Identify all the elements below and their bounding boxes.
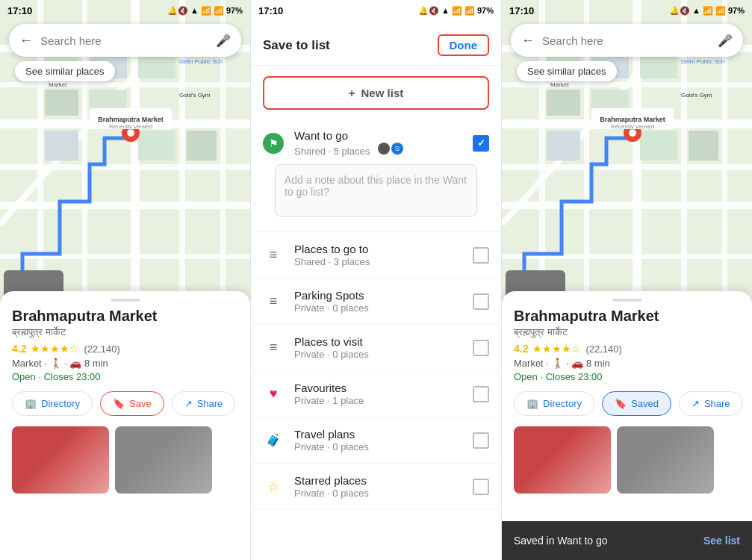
status-time-left: 17:10 <box>7 5 32 16</box>
svg-text:Market: Market <box>550 81 569 88</box>
travel-checkbox[interactable] <box>473 432 489 449</box>
place-hours-right: Open · Closes 23:00 <box>514 371 740 382</box>
left-panel: 17:10 🔔🔇 ▲ 📶 📶 97% <box>0 0 250 560</box>
list-item-starred[interactable]: ☆ Starred places Private · 0 places <box>251 464 501 510</box>
action-buttons-left: 🏢 Directory 🔖 Save ↗ Share <box>12 391 238 416</box>
new-list-label: New list <box>361 87 404 99</box>
similar-badge-left[interactable]: See similar places <box>15 61 115 81</box>
share-icon-right: ↗ <box>692 398 700 409</box>
status-icons-center: 🔔🔇 ▲ 📶 📶 97% <box>418 6 494 16</box>
status-icons-right: 🔔🔇 ▲ 📶 📶 97% <box>669 6 745 16</box>
favourites-checkbox[interactable] <box>473 386 489 402</box>
place-photos-right <box>514 426 740 494</box>
center-panel: 17:10 🔔🔇 ▲ 📶 📶 97% Save to list Done + N… <box>250 0 502 560</box>
list-item-want-to-go[interactable]: ⚑ Want to go Shared · 5 places S Add a n… <box>251 120 501 232</box>
svg-text:Gold's Gym: Gold's Gym <box>681 92 712 99</box>
card-handle-left <box>111 299 140 302</box>
parking-checkbox[interactable] <box>473 293 489 310</box>
list-item-favourites[interactable]: ♥ Favourites Private · 1 place <box>251 371 501 417</box>
card-handle-right <box>612 299 642 302</box>
right-panel: 17:10 🔔🔇 ▲ 📶 📶 97% <box>502 0 752 560</box>
similar-badge-right[interactable]: See similar places <box>517 61 617 81</box>
places-visit-name: Places to visit <box>294 335 462 348</box>
want-to-go-name: Want to go <box>294 129 462 142</box>
status-time-center: 17:10 <box>258 5 283 16</box>
save-title: Save to list <box>263 38 330 53</box>
photo-1-right <box>514 426 611 494</box>
places-visit-info: Places to visit Private · 0 places <box>294 335 462 360</box>
share-button-left[interactable]: ↗ Share <box>172 391 236 416</box>
svg-rect-20 <box>187 131 217 161</box>
list-scroll: ⚑ Want to go Shared · 5 places S Add a n… <box>251 120 501 560</box>
list-item-places-to-go[interactable]: ≡ Places to go to Shared · 3 places <box>251 232 501 279</box>
search-bar-right[interactable]: ← Search here 🎤 <box>511 24 743 57</box>
mic-icon-right[interactable]: 🎤 <box>718 34 733 48</box>
place-photos-left <box>12 426 238 494</box>
list-item-parking[interactable]: ≡ Parking Spots Private · 0 places <box>251 279 501 325</box>
rating-row-right: 4.2 ★★★★☆ (22,140) <box>514 343 740 355</box>
share-button-right[interactable]: ↗ Share <box>679 391 743 416</box>
snackbar: Saved in Want to go See list <box>502 521 752 560</box>
parking-sub: Private · 0 places <box>294 302 462 314</box>
back-arrow-left[interactable]: ← <box>19 33 33 49</box>
lines-icon-1: ≡ <box>263 245 284 266</box>
place-meta-right: Market · 🚶 · 🚗 8 min <box>514 358 740 369</box>
note-textarea[interactable]: Add a note about this place in the Want … <box>275 164 477 217</box>
travel-name: Travel plans <box>294 428 462 441</box>
photo-2-right <box>617 426 714 494</box>
lines-icon-3: ≡ <box>263 337 284 358</box>
starred-checkbox[interactable] <box>473 479 489 495</box>
place-meta-left: Market · 🚶 · 🚗 8 min <box>12 358 238 369</box>
svg-text:Market: Market <box>49 81 67 88</box>
save-header: Save to list Done <box>251 21 501 66</box>
action-buttons-right: 🏢 Directory 🔖 Saved ↗ Share <box>514 391 740 416</box>
places-visit-checkbox[interactable] <box>473 340 489 356</box>
new-list-button[interactable]: + New list <box>263 76 489 110</box>
svg-rect-19 <box>138 131 175 161</box>
want-to-go-checkbox[interactable] <box>473 135 489 152</box>
status-bar-center: 17:10 🔔🔇 ▲ 📶 📶 97% <box>251 0 501 21</box>
done-button[interactable]: Done <box>438 34 490 56</box>
svg-rect-50 <box>547 90 580 116</box>
lines-icon-2: ≡ <box>263 291 284 312</box>
search-text-left: Search here <box>40 34 208 47</box>
places-to-go-name: Places to go to <box>294 243 462 255</box>
svg-text:Delhi Public Sch: Delhi Public Sch <box>179 58 223 65</box>
favourites-sub: Private · 1 place <box>294 395 462 406</box>
save-button-left[interactable]: 🔖 Save <box>100 391 164 416</box>
place-card-left: Brahmaputra Market ब्रह्मपुत्र मार्केट 4… <box>0 291 250 560</box>
status-time-right: 17:10 <box>509 5 534 16</box>
starred-sub: Private · 0 places <box>294 488 462 499</box>
starred-name: Starred places <box>294 474 462 487</box>
favourites-info: Favourites Private · 1 place <box>294 382 462 406</box>
svg-point-22 <box>127 129 134 137</box>
directory-button-left[interactable]: 🏢 Directory <box>12 391 93 416</box>
saved-button-right[interactable]: 🔖 Saved <box>602 391 671 416</box>
snackbar-action[interactable]: See list <box>703 535 740 547</box>
back-arrow-right[interactable]: ← <box>521 33 535 49</box>
status-icons-left: 🔔🔇 ▲ 📶 📶 97% <box>167 6 243 16</box>
svg-text:Gold's Gym: Gold's Gym <box>179 92 211 99</box>
directory-icon-left: 🏢 <box>25 398 37 409</box>
svg-rect-18 <box>45 131 78 161</box>
snackbar-text: Saved in Want to go <box>514 535 608 547</box>
list-item-travel[interactable]: 🧳 Travel plans Private · 0 places <box>251 417 501 464</box>
rating-count-left: (22,140) <box>84 343 119 355</box>
travel-info: Travel plans Private · 0 places <box>294 428 462 452</box>
directory-button-right[interactable]: 🏢 Directory <box>514 391 594 416</box>
list-item-places-visit[interactable]: ≡ Places to visit Private · 0 places <box>251 325 501 371</box>
plus-icon: + <box>349 87 355 99</box>
rating-num-left: 4.2 <box>12 343 26 355</box>
suitcase-icon: 🧳 <box>263 430 284 451</box>
place-card-right: Brahmaputra Market ब्रह्मपुत्र मार्केट 4… <box>502 291 752 560</box>
photo-1-left <box>12 426 109 494</box>
place-name-right: Brahmaputra Market <box>514 308 740 325</box>
star-icon: ☆ <box>263 476 284 497</box>
favourites-name: Favourites <box>294 382 462 394</box>
svg-text:Recently viewed: Recently viewed <box>611 123 654 130</box>
directory-icon-right: 🏢 <box>526 398 538 409</box>
places-to-go-checkbox[interactable] <box>473 247 489 264</box>
place-name-left: Brahmaputra Market <box>12 308 238 325</box>
search-bar-left[interactable]: ← Search here 🎤 <box>9 24 241 57</box>
mic-icon-left[interactable]: 🎤 <box>216 34 231 48</box>
